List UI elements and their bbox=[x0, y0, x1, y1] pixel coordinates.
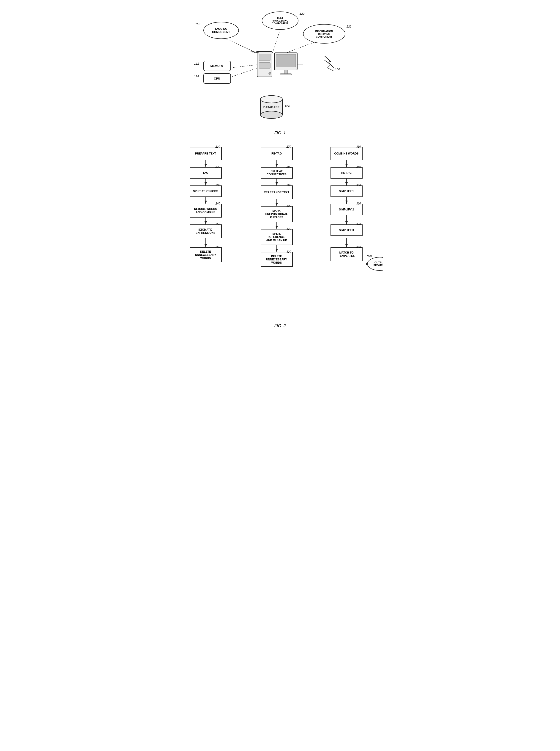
ref-360: 360 bbox=[356, 202, 361, 205]
box-260: DELETE UNNECESSARY WORDS bbox=[189, 247, 222, 262]
ref-124: 124 bbox=[285, 104, 290, 108]
ref-100: 100 bbox=[335, 68, 340, 71]
ref-350: 350 bbox=[356, 184, 361, 187]
box-300: MARK PREPOSITIONAL PHRASES bbox=[261, 206, 293, 222]
fig2-diagram: PREPARE TEXT 210 TAG 220 SPLIT AT PERIOD… bbox=[182, 142, 379, 321]
ref-250: 250 bbox=[216, 223, 220, 226]
svg-rect-13 bbox=[284, 70, 287, 74]
box-250: IDIOMATIC EXPRESSIONS bbox=[189, 225, 222, 238]
wireless-icon bbox=[324, 55, 337, 69]
database-illustration: DATABASE bbox=[260, 95, 283, 120]
svg-rect-8 bbox=[259, 54, 270, 61]
box-270: RE-TAG bbox=[261, 147, 293, 160]
ref-120: 120 bbox=[300, 12, 305, 15]
ref-110: 110 bbox=[254, 50, 259, 53]
tagging-component: TAGGING COMPONENT bbox=[203, 22, 239, 39]
fig2-caption: FIG. 2 bbox=[182, 324, 379, 328]
ref-300: 300 bbox=[286, 204, 291, 208]
ref-112: 112 bbox=[194, 62, 199, 65]
output-segment: OUTPUT SEGMENT bbox=[367, 257, 383, 271]
box-360: SIMPLIFY 2 bbox=[331, 204, 363, 215]
ref-210: 210 bbox=[216, 145, 220, 148]
ref-114: 114 bbox=[194, 75, 199, 78]
svg-rect-9 bbox=[259, 62, 270, 68]
info-deriving-component: INFORMATION DERIVING COMPONENT bbox=[303, 24, 345, 43]
box-350: SIMPLIFY 1 bbox=[331, 186, 363, 197]
svg-point-10 bbox=[269, 72, 271, 75]
ref-310: 310 bbox=[286, 227, 291, 230]
ref-340: 340 bbox=[356, 165, 361, 169]
svg-rect-12 bbox=[276, 54, 296, 67]
ref-370: 370 bbox=[356, 223, 361, 226]
fig1-caption: FIG. 1 bbox=[182, 131, 379, 135]
ref-280: 280 bbox=[286, 165, 291, 169]
ref-240: 240 bbox=[216, 202, 220, 205]
ref-320: 320 bbox=[286, 250, 291, 253]
ref-330: 330 bbox=[356, 145, 361, 148]
server-computer-illustration bbox=[257, 49, 303, 81]
svg-point-18 bbox=[260, 96, 282, 103]
box-240: REDUCE WORDS AND COMBINE bbox=[189, 204, 222, 217]
box-280: SPLIT AT CONNECTIVES bbox=[261, 167, 293, 178]
ref-220: 220 bbox=[216, 165, 220, 169]
box-220: TAG bbox=[189, 167, 222, 178]
svg-text:DATABASE: DATABASE bbox=[263, 105, 279, 109]
svg-rect-14 bbox=[280, 74, 292, 75]
box-230: SPLIT AT PERIODS bbox=[189, 186, 222, 197]
box-380: MATCH TO TEMPLATES bbox=[331, 247, 363, 261]
ref-260: 260 bbox=[216, 246, 220, 249]
box-370: SIMPLIFY 3 bbox=[331, 225, 363, 236]
ref-380: 380 bbox=[356, 246, 361, 249]
ref-122: 122 bbox=[346, 25, 352, 28]
fig1-diagram: TEXT PROCESSING COMPONENT 120 TAGGING CO… bbox=[182, 9, 379, 128]
ref-270: 270 bbox=[286, 145, 291, 148]
ref-390: 390 bbox=[367, 255, 372, 258]
ref-230: 230 bbox=[216, 184, 220, 187]
ref-290: 290 bbox=[286, 184, 291, 187]
text-processing-component: TEXT PROCESSING COMPONENT bbox=[262, 12, 298, 30]
memory-component: MEMORY bbox=[203, 61, 231, 71]
box-290: REARRANGE TEXT bbox=[261, 186, 293, 199]
box-330: COMBINE WORDS bbox=[331, 147, 363, 160]
box-340: RE-TAG bbox=[331, 167, 363, 178]
svg-point-17 bbox=[260, 111, 282, 118]
ref-118: 118 bbox=[195, 22, 200, 26]
box-320: DELETE UNNECESSARY WORDS bbox=[261, 252, 293, 267]
cpu-component: CPU bbox=[203, 73, 231, 84]
box-210: PREPARE TEXT bbox=[189, 147, 222, 160]
box-310: SPLIT, REFERENCE, AND CLEAN UP bbox=[261, 229, 293, 245]
